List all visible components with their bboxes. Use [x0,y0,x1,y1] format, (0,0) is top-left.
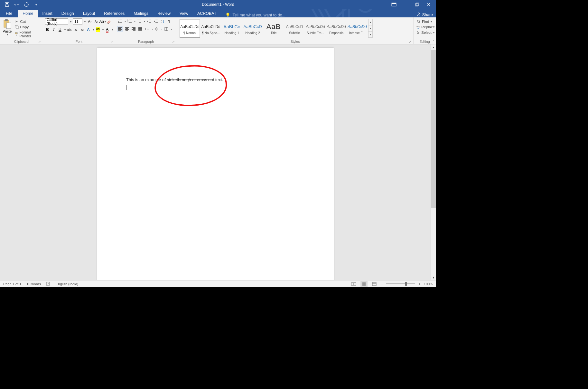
find-button[interactable]: Find▾ [415,19,434,24]
clear-formatting-button[interactable] [106,19,112,24]
font-size-dropdown-icon[interactable]: ▼ [83,20,86,23]
undo-icon[interactable]: ▼ [14,2,19,7]
status-language[interactable]: English (India) [56,282,78,286]
bullets-button[interactable] [117,18,123,24]
show-marks-button[interactable]: ¶ [166,18,172,24]
select-button[interactable]: Select▾ [415,30,434,35]
paragraph-launcher-icon[interactable]: ⤢ [172,40,175,43]
tab-design[interactable]: Design [57,10,79,17]
gallery-down-icon[interactable]: ▼ [369,25,372,32]
numbering-button[interactable]: 123 [127,18,133,24]
style-no-spacing[interactable]: AaBbCcDd¶ No Spac... [201,19,221,38]
tell-me-search[interactable]: 💡 Tell me what you want to do... [221,13,285,17]
align-center-button[interactable] [124,26,130,32]
borders-dropdown-icon[interactable]: ▾ [170,28,172,31]
numbering-dropdown-icon[interactable]: ▾ [134,20,135,23]
text-effects-dropdown-icon[interactable]: ▾ [92,28,94,31]
font-color-button[interactable]: A [105,27,110,33]
align-left-button[interactable] [117,26,123,32]
font-color-dropdown-icon[interactable]: ▾ [111,28,113,31]
strikethrough-button[interactable]: abc [67,27,72,33]
scroll-up-icon[interactable]: ▲ [431,44,436,50]
highlight-dropdown-icon[interactable]: ▾ [102,28,104,31]
change-case-button[interactable]: Aa▾ [100,19,106,24]
paste-dropdown-icon[interactable]: ▼ [5,33,9,36]
share-button[interactable]: Share [416,12,433,17]
document-content[interactable]: This is an example of strikethrough or c… [97,48,334,120]
bullets-dropdown-icon[interactable]: ▾ [124,20,126,23]
minimize-icon[interactable]: — [403,2,408,7]
styles-launcher-icon[interactable]: ⤢ [409,40,411,43]
close-icon[interactable]: ✕ [426,2,432,7]
style-emphasis[interactable]: AaBbCcDdEmphasis [326,19,347,38]
style-intense-emphasis[interactable]: AaBbCcDdIntense E... [347,19,368,38]
replace-button[interactable]: abacReplace [415,24,434,30]
tab-insert[interactable]: Insert [38,10,57,17]
style-subtitle[interactable]: AaBbCcDSubtitle [284,19,305,38]
copy-button[interactable]: Copy [14,24,41,30]
shading-dropdown-icon[interactable]: ▾ [161,28,163,31]
text-effects-button[interactable]: A [86,27,91,33]
shading-button[interactable] [154,26,160,32]
status-page[interactable]: Page 1 of 1 [3,282,21,286]
borders-button[interactable] [163,26,169,32]
cut-button[interactable]: ✂Cut [14,19,41,24]
underline-button[interactable]: U [58,27,62,33]
status-proofing-icon[interactable] [46,282,51,286]
clipboard-launcher-icon[interactable]: ⤢ [38,40,41,43]
tab-layout[interactable]: Layout [79,10,100,17]
multilevel-list-button[interactable] [136,18,142,24]
increase-indent-button[interactable] [153,18,159,24]
style-heading2[interactable]: AaBbCcDHeading 2 [242,19,263,38]
justify-button[interactable] [137,26,143,32]
style-subtle-emphasis[interactable]: AaBbCcDdSubtle Em... [305,19,326,38]
font-size-combo[interactable]: 11 [73,18,82,25]
paste-button[interactable]: Paste ▼ [2,18,12,38]
zoom-slider-thumb[interactable] [405,282,407,286]
tab-acrobat[interactable]: ACROBAT [193,10,221,17]
tab-mailings[interactable]: Mailings [129,10,153,17]
multilevel-dropdown-icon[interactable]: ▾ [143,20,145,23]
scroll-down-icon[interactable]: ▼ [431,275,436,280]
subscript-button[interactable]: x2 [73,27,78,33]
decrease-indent-button[interactable] [146,18,152,24]
style-title[interactable]: AaBTitle [263,19,284,38]
align-right-button[interactable] [131,26,136,32]
status-words[interactable]: 10 words [26,282,41,286]
italic-button[interactable]: I [51,27,56,33]
collapse-ribbon-icon[interactable]: ˆ [433,40,434,43]
shrink-font-button[interactable]: A▾ [93,19,99,24]
grow-font-button[interactable]: A▴ [87,19,93,24]
line-spacing-button[interactable] [144,26,150,32]
qat-customize-icon[interactable]: ▾ [33,2,39,7]
superscript-button[interactable]: x2 [80,27,85,33]
style-heading1[interactable]: AaBbCcHeading 1 [221,19,242,38]
maximize-icon[interactable] [414,2,420,7]
save-icon[interactable] [5,2,10,7]
zoom-out-button[interactable]: − [381,282,383,286]
font-launcher-icon[interactable]: ⤢ [110,40,113,43]
read-mode-button[interactable] [350,281,357,287]
tab-home[interactable]: Home [18,10,38,17]
scroll-thumb[interactable] [431,50,436,208]
document-page[interactable]: This is an example of strikethrough or c… [97,48,334,280]
style-normal[interactable]: AaBbCcDd¶ Normal [180,19,200,38]
tab-file[interactable]: File [0,10,18,17]
tab-view[interactable]: View [175,10,193,17]
sort-button[interactable]: AZ [160,18,165,24]
format-painter-button[interactable]: Format Painter [14,30,41,38]
zoom-slider[interactable] [386,283,415,284]
vertical-scrollbar[interactable]: ▲ ▼ [431,44,436,280]
zoom-in-button[interactable]: + [418,282,420,286]
line-spacing-dropdown-icon[interactable]: ▾ [151,28,153,31]
tab-references[interactable]: References [99,10,129,17]
highlight-button[interactable]: ab [95,27,100,33]
zoom-level[interactable]: 100% [424,282,433,286]
bold-button[interactable]: B [45,27,50,33]
font-name-combo[interactable]: Calibri (Body) [45,18,68,25]
gallery-up-icon[interactable]: ▲ [369,19,372,25]
font-name-dropdown-icon[interactable]: ▼ [69,20,72,23]
gallery-more-icon[interactable]: ▼ [369,32,372,37]
underline-dropdown-icon[interactable]: ▾ [64,28,66,31]
ribbon-display-icon[interactable] [391,2,397,7]
